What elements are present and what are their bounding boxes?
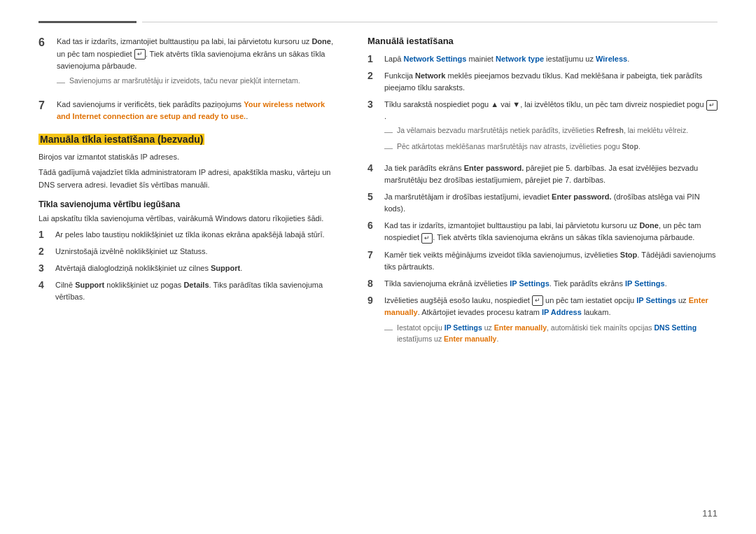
right-content-8: Tīkla savienojuma ekrānā izvēlieties IP … [384, 278, 718, 290]
note-3b-text: Pēc atkārtotas meklēšanas maršrutētājs n… [397, 141, 640, 153]
right-num-9: 9 [368, 295, 377, 348]
page-container: 6 Kad tas ir izdarīts, izmantojiet bultt… [0, 0, 756, 534]
note-3a-text: Ja vēlamais bezvadu maršrutētājs netiek … [397, 125, 688, 136]
right-num-2: 2 [368, 70, 377, 94]
return-icon-6: ↵ [421, 233, 433, 244]
right-num-1: 1 [368, 53, 377, 65]
enter-manually-note-2: Enter manually [444, 335, 496, 343]
right-heading: Manuālā iestatīšana [368, 36, 718, 46]
list-item: 1 Ar peles labo taustiņu noklikšķiniet u… [38, 229, 340, 241]
bold-network-type: Network type [496, 55, 544, 63]
item-7-content: Kad savienojums ir verificēts, tiek parā… [57, 99, 340, 123]
subsection-intro: Lai apskatītu tīkla savienojuma vērtības… [38, 213, 340, 225]
right-list-item-1: 1 Lapā Network Settings mainiet Network … [368, 53, 718, 65]
bold-wireless: Wireless [596, 55, 627, 63]
list-num-3: 3 [38, 262, 48, 274]
list-item: 2 Uznirstošajā izvēlnē noklikšķiniet uz … [38, 246, 340, 258]
return-icon: ↵ [134, 49, 146, 59]
right-list: 1 Lapā Network Settings mainiet Network … [368, 53, 718, 347]
right-list-item-9: 9 Izvēlieties augšējā esošo lauku, nospi… [368, 295, 718, 348]
ip-settings-9: IP Settings [636, 296, 676, 304]
list-content-3: Atvērtajā dialoglodziņā noklikšķiniet uz… [55, 262, 340, 274]
right-content-6: Kad tas ir izdarīts, izmantojiet bulttau… [384, 220, 718, 244]
ip-settings-8: IP Settings [510, 279, 550, 288]
right-content-7: Kamēr tiek veikts mēģinājums izveidot tī… [384, 249, 718, 273]
list-num-2: 2 [38, 246, 48, 258]
right-num-3: 3 [368, 99, 377, 157]
item-6-note: — Savienojums ar maršrutētāju ir izveido… [57, 76, 340, 89]
item-6-number: 6 [38, 36, 50, 92]
list-content-4: Cilnē Support noklikšķiniet uz pogas Det… [55, 279, 340, 303]
note-dash-b: — [384, 142, 393, 155]
note-dash-9: — [384, 323, 393, 336]
right-column: Manuālā iestatīšana 1 Lapā Network Setti… [368, 36, 718, 513]
item-6: 6 Kad tas ir izdarīts, izmantojiet bultt… [38, 36, 340, 92]
body-text-1: Birojos var izmantot statiskās IP adrese… [38, 151, 340, 164]
subsection-list: 1 Ar peles labo taustiņu noklikšķiniet u… [38, 229, 340, 303]
columns: 6 Kad tas ir izdarīts, izmantojiet bultt… [38, 36, 718, 513]
list-num-1: 1 [38, 229, 48, 241]
right-content-1: Lapā Network Settings mainiet Network ty… [384, 53, 718, 65]
note-dash: — [384, 126, 393, 139]
right-list-item-5: 5 Ja maršrutētājam ir drošības iestatīju… [368, 191, 718, 215]
list-content-1: Ar peles labo taustiņu noklikšķiniet uz … [55, 229, 340, 241]
dns-setting-note: DNS Setting [654, 323, 697, 332]
right-content-4: Ja tiek parādīts ekrāns Enter password. … [384, 162, 718, 186]
list-item: 4 Cilnē Support noklikšķiniet uz pogas D… [38, 279, 340, 303]
right-list-item-3: 3 Tīklu sarakstā nospiediet pogu ▲ vai ▼… [368, 99, 718, 157]
right-num-4: 4 [368, 162, 377, 186]
ip-address-9: IP Address [542, 308, 582, 316]
item-7-number: 7 [38, 99, 50, 123]
rule-dark [38, 21, 136, 23]
item-6-content: Kad tas ir izdarīts, izmantojiet bulttau… [57, 36, 340, 92]
right-list-item-6: 6 Kad tas ir izdarīts, izmantojiet bultt… [368, 220, 718, 244]
top-rules [38, 21, 718, 23]
section-heading: Manuāla tīkla iestatīšana (bezvadu) [38, 134, 204, 145]
bold-network-settings: Network Settings [404, 55, 467, 63]
orange-text: Your wireless network and Internet conne… [57, 100, 325, 121]
note-text: Savienojums ar maršrutētāju ir izveidots… [69, 76, 300, 87]
left-column: 6 Kad tas ir izdarīts, izmantojiet bultt… [38, 36, 340, 513]
note-dash: — [57, 76, 65, 89]
rule-light [142, 22, 718, 22]
subsection-heading: Tīkla savienojuma vērtību iegūšana [38, 199, 340, 209]
ip-settings-8b: IP Settings [625, 279, 665, 288]
right-content-9: Izvēlieties augšējā esošo lauku, nospied… [384, 295, 718, 348]
right-content-5: Ja maršrutētājam ir drošības iestatījumi… [384, 191, 718, 215]
right-num-8: 8 [368, 278, 377, 290]
note-3b: — Pēc atkārtotas meklēšanas maršrutētājs… [384, 141, 718, 155]
note-3a: — Ja vēlamais bezvadu maršrutētājs netie… [384, 125, 718, 139]
right-list-item-7: 7 Kamēr tiek veikts mēģinājums izveidot … [368, 249, 718, 273]
return-icon-3: ↵ [706, 100, 718, 111]
note-9: — Iestatot opciju IP Settings uz Enter m… [384, 323, 718, 345]
right-num-6: 6 [368, 220, 377, 244]
note-9-text: Iestatot opciju IP Settings uz Enter man… [397, 323, 718, 345]
enter-manually-note: Enter manually [494, 323, 547, 332]
page-number: 111 [702, 508, 718, 519]
item-7: 7 Kad savienojums ir verificēts, tiek pa… [38, 99, 340, 123]
list-item: 3 Atvērtajā dialoglodziņā noklikšķiniet … [38, 262, 340, 274]
right-list-item-2: 2 Funkcija Network meklēs pieejamos bezv… [368, 70, 718, 94]
ip-settings-note: IP Settings [444, 323, 482, 332]
section-heading-block: Manuāla tīkla iestatīšana (bezvadu) [38, 133, 340, 147]
return-icon-9: ↵ [532, 295, 543, 306]
right-list-item-4: 4 Ja tiek parādīts ekrāns Enter password… [368, 162, 718, 186]
right-num-5: 5 [368, 191, 377, 215]
right-num-7: 7 [368, 249, 377, 273]
right-content-3: Tīklu sarakstā nospiediet pogu ▲ vai ▼, … [384, 99, 718, 157]
list-num-4: 4 [38, 279, 48, 303]
right-list-item-8: 8 Tīkla savienojuma ekrānā izvēlieties I… [368, 278, 718, 290]
right-content-2: Funkcija Network meklēs pieejamos bezvad… [384, 70, 718, 94]
list-content-2: Uznirstošajā izvēlnē noklikšķiniet uz St… [55, 246, 340, 258]
body-text-2: Tādā gadījumā vajadzīet tīkla administra… [38, 167, 340, 191]
